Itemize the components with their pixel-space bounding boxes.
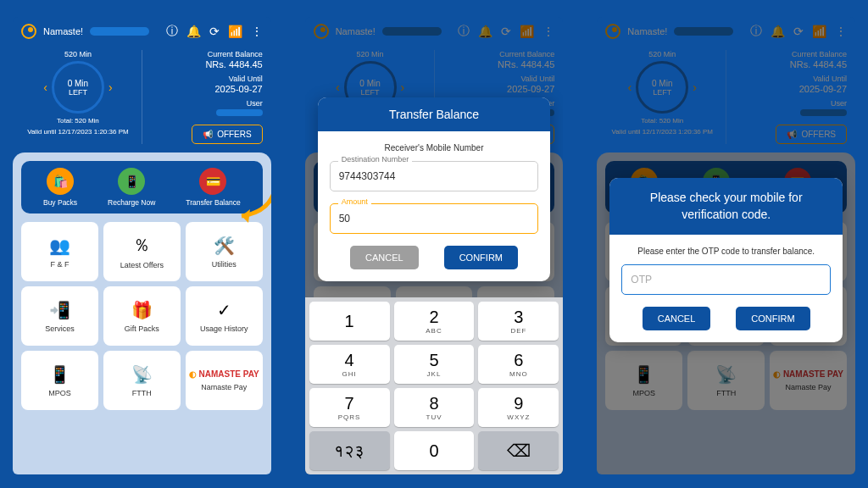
tile-ftth[interactable]: 📡FTTH: [103, 351, 181, 410]
valid-value: 2025-09-27: [149, 84, 263, 94]
tile-grid: 👥F & F％Latest Offers🛠️Utilities📲Services…: [21, 222, 263, 410]
tile-mpos-label: MPOS: [633, 389, 656, 397]
tile-gift-packs-label: Gift Packs: [125, 324, 159, 333]
key-4[interactable]: 4GHI: [309, 345, 390, 384]
bell-icon[interactable]: 🔔: [186, 25, 201, 38]
key-2[interactable]: 2ABC: [394, 302, 475, 341]
tile-namaste-pay[interactable]: NAMASTE PAYNamaste Pay: [186, 351, 263, 410]
tile-namaste-pay-label: Namaste Pay: [786, 383, 832, 391]
user-label: User: [149, 99, 263, 108]
dial-valid: Valid until 12/17/2023 1:20:36 PM: [27, 128, 129, 136]
phone-transfer-modal: Namaste! ⓘ🔔⟳📶⋮ 520 Min‹0 MinLEFT›Total: …: [305, 17, 564, 474]
dest-label: Destination Number: [338, 155, 413, 164]
key-6[interactable]: 6MNO: [478, 345, 559, 384]
buy-packs-action[interactable]: 🛍️Buy Packs: [43, 168, 77, 207]
transfer-balance-icon: 💳: [199, 168, 226, 195]
balance-section: 520 Min ‹ 0 Min LEFT › Total: 520 Min Va…: [13, 46, 271, 152]
chevron-left-icon[interactable]: ‹: [43, 80, 47, 94]
menu-icon[interactable]: ⋮: [251, 25, 263, 38]
tile-utilities-label: Utilities: [212, 260, 236, 269]
otp-subtitle: Please enter the OTP code to transfer ba…: [621, 247, 831, 256]
tile-usage-history-label: Usage History: [200, 324, 248, 333]
key-⌫[interactable]: ⌫: [478, 431, 559, 470]
tile-services[interactable]: 📲Services: [21, 286, 98, 346]
modal-title: Transfer Balance: [318, 97, 551, 131]
otp-input[interactable]: [621, 264, 831, 295]
tile-usage-history[interactable]: ✓Usage History: [186, 286, 263, 346]
buy-packs-icon: 🛍️: [47, 168, 74, 195]
dial-top-label: 520 Min: [64, 50, 92, 58]
tile-services-label: Services: [45, 324, 75, 333]
modal-subtitle: Receiver's Mobile Number: [330, 143, 539, 152]
transfer-balance-modal: Transfer Balance Receiver's Mobile Numbe…: [318, 97, 551, 281]
tile-namaste-pay-label: Namaste Pay: [201, 383, 247, 391]
app-header: Namaste! ⓘ 🔔 ⟳ 📶 ⋮: [13, 17, 271, 46]
tile-ftth-label: FTTH: [716, 389, 736, 397]
tile-fnf-label: F & F: [50, 260, 69, 269]
key-8[interactable]: 8TUV: [394, 388, 475, 427]
balance-label: Current Balance: [149, 50, 263, 58]
key-1[interactable]: 1: [309, 302, 390, 341]
minutes-dial: 0 Min LEFT: [52, 61, 104, 114]
wifi-off-icon[interactable]: 📶: [228, 25, 242, 38]
tile-mpos[interactable]: 📱MPOS: [605, 351, 682, 410]
recharge-now-icon: 📱: [118, 168, 145, 195]
username-redacted: [90, 27, 149, 36]
tile-mpos-label: MPOS: [48, 389, 71, 397]
key-9[interactable]: 9WXYZ: [478, 388, 559, 427]
key-5[interactable]: 5JKL: [394, 345, 475, 384]
key-१२३[interactable]: १२३: [309, 431, 390, 470]
logo-icon: [21, 24, 36, 39]
amount-input[interactable]: [330, 203, 539, 234]
tile-utilities[interactable]: 🛠️Utilities: [186, 222, 263, 281]
key-7[interactable]: 7PQRS: [309, 388, 390, 427]
action-bar: 🛍️Buy Packs📱Recharge Now💳Transfer Balanc…: [21, 161, 263, 214]
otp-title: Please check your mobile for verificatio…: [609, 178, 843, 235]
phone-otp-modal: Namaste! ⓘ🔔⟳📶⋮ 520 Min‹0 MinLEFT›Total: …: [597, 17, 855, 474]
info-icon[interactable]: ⓘ: [166, 24, 178, 39]
user-redacted: [216, 109, 263, 116]
key-3[interactable]: 3DEF: [478, 302, 559, 341]
chevron-right-icon[interactable]: ›: [108, 80, 113, 94]
confirm-button[interactable]: CONFIRM: [444, 246, 518, 269]
otp-modal: Please check your mobile for verificatio…: [609, 178, 843, 342]
numeric-keypad: 12ABC3DEF4GHI5JKL6MNO7PQRS8TUV9WXYZ१२३0⌫: [305, 297, 564, 474]
otp-confirm-button[interactable]: CONFIRM: [736, 307, 810, 330]
callout-arrow-icon: [229, 182, 271, 225]
buy-packs-label: Buy Packs: [43, 198, 77, 207]
greeting-text: Namaste!: [43, 26, 83, 36]
amount-label: Amount: [338, 197, 371, 206]
tile-fnf[interactable]: 👥F & F: [21, 222, 98, 281]
otp-cancel-button[interactable]: CANCEL: [643, 307, 711, 330]
recharge-now-action[interactable]: 📱Recharge Now: [108, 168, 155, 207]
cancel-button[interactable]: CANCEL: [350, 246, 419, 269]
tile-latest-offers-label: Latest Offers: [120, 261, 164, 269]
tile-gift-packs[interactable]: 🎁Gift Packs: [103, 286, 181, 346]
recharge-now-label: Recharge Now: [108, 198, 155, 207]
tile-namaste-pay[interactable]: NAMASTE PAYNamaste Pay: [770, 351, 847, 410]
tile-latest-offers[interactable]: ％Latest Offers: [103, 222, 181, 281]
refresh-icon[interactable]: ⟳: [209, 25, 220, 38]
dial-total: Total: 520 Min: [57, 117, 99, 125]
tile-mpos[interactable]: 📱MPOS: [21, 351, 98, 410]
valid-label: Valid Until: [149, 75, 263, 83]
balance-value: NRs. 4484.45: [149, 59, 263, 69]
destination-input[interactable]: [330, 161, 539, 191]
tile-ftth[interactable]: 📡FTTH: [687, 351, 765, 410]
offers-button[interactable]: OFFERS: [192, 125, 263, 144]
tile-ftth-label: FTTH: [132, 389, 152, 397]
key-0[interactable]: 0: [394, 431, 475, 470]
phone-main-screen: Namaste! ⓘ 🔔 ⟳ 📶 ⋮ 520 Min ‹ 0 Min LEFT …: [13, 17, 271, 474]
